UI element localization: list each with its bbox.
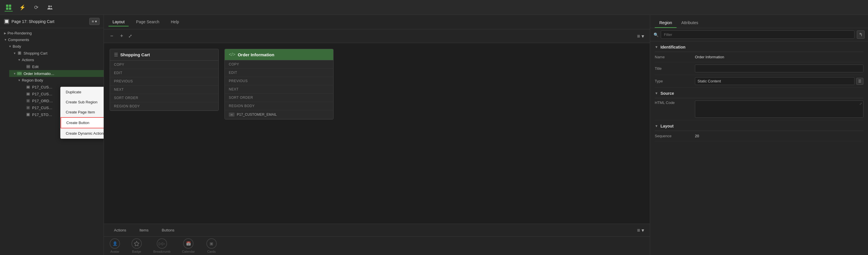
avatar-label: Avatar — [110, 250, 119, 253]
bottom-menu-button[interactable]: ≡ ▾ — [636, 226, 645, 235]
section-chevron-layout: ▼ — [655, 124, 658, 128]
svg-rect-3 — [9, 7, 11, 10]
sidebar-menu-button[interactable]: ≡ ▾ — [89, 18, 100, 25]
context-menu-item-create-dynamic-action[interactable]: Create Dynamic Action — [61, 129, 104, 138]
expand-button[interactable]: ⤢ — [128, 33, 132, 39]
tab-items[interactable]: Items — [134, 226, 154, 234]
region-row-copy-oi: COPY — [225, 60, 333, 68]
calendar-icon: 📅 — [183, 238, 193, 249]
svg-rect-0 — [6, 5, 8, 7]
bolt-icon[interactable]: ⚡ — [19, 3, 26, 11]
section-layout-label: Layout — [660, 124, 674, 129]
tab-page-search[interactable]: Page Search — [132, 18, 163, 26]
sidebar-item-label: Pre-Rendering — [7, 31, 32, 35]
context-menu: Duplicate Create Sub Region Create Page … — [60, 87, 104, 139]
chevron-icon: ▼ — [4, 38, 7, 41]
page-icon: ⬜ — [4, 19, 9, 24]
bottom-icon-badge[interactable]: Badge — [131, 238, 142, 253]
top-nav: ⚡ ⟳ — [0, 0, 868, 15]
right-panel: Region Attributes 🔍 ↰ ▼ Identification N… — [650, 15, 868, 255]
toolbar-right: ≡ ▾ — [636, 32, 645, 40]
refresh-icon[interactable]: ⟳ — [32, 3, 40, 11]
bottom-icon-breadcrumb[interactable]: ▷▷ Breadcrumb — [153, 238, 170, 253]
options-button[interactable]: ≡ ▾ — [636, 32, 645, 40]
prop-textarea-html-code[interactable]: ⤢ — [695, 101, 863, 118]
region-row-edit-oi: EDIT — [225, 68, 333, 77]
sidebar-item-order-information[interactable]: ▼ </> Order Informatio… — [9, 70, 104, 77]
sidebar-item-label: Edit — [32, 65, 38, 69]
tab-help[interactable]: Help — [167, 18, 183, 26]
region-row-next-sc: NEXT — [110, 86, 218, 94]
chevron-icon: ▼ — [18, 79, 21, 82]
section-identification-label: Identification — [660, 45, 685, 49]
chevron-icon: ▼ — [13, 72, 16, 75]
tab-actions[interactable]: Actions — [108, 226, 132, 234]
sidebar-page-title: ⬜ Page 17: Shopping Cart — [4, 19, 54, 24]
filter-input[interactable] — [661, 30, 855, 39]
users-icon[interactable] — [46, 3, 54, 11]
badge-label: Badge — [132, 250, 141, 253]
avatar-icon: 👤 — [110, 238, 120, 249]
sidebar-item-components[interactable]: ▼ Components — [0, 36, 104, 43]
cart-icon: ☰ — [17, 51, 22, 55]
bottom-icon-avatar[interactable]: 👤 Avatar — [110, 238, 120, 253]
tab-buttons[interactable]: Buttons — [156, 226, 180, 234]
tab-attributes[interactable]: Attributes — [677, 18, 703, 28]
tab-region[interactable]: Region — [655, 18, 677, 28]
chevron-icon: ▼ — [9, 45, 11, 48]
right-panel-filter: 🔍 ↰ — [650, 28, 868, 41]
filter-options-button[interactable]: ↰ — [857, 30, 865, 39]
prop-label-title: Title — [655, 66, 695, 70]
prop-value-name: Order Information — [695, 55, 863, 59]
main-layout: ⬜ Page 17: Shopping Cart ≡ ▾ ▶ Pre-Rende… — [0, 15, 868, 255]
zoom-out-button[interactable]: − — [108, 32, 115, 39]
zoom-row: − + ⤢ ≡ ▾ — [104, 29, 650, 43]
page-canvas: ☰ Shopping Cart COPY EDIT PREVIOUS NEXT … — [104, 43, 650, 224]
sidebar-item-actions[interactable]: ▼ Actions — [14, 57, 104, 63]
breadcrumb-icon: ▷▷ — [157, 238, 167, 249]
context-menu-item-create-page-item[interactable]: Create Page Item — [61, 107, 104, 117]
ai-item-icon: AI — [229, 113, 235, 117]
bottom-tabs: Actions Items Buttons ≡ ▾ — [104, 224, 650, 237]
bottom-icon-calendar[interactable]: 📅 Calendar — [182, 238, 195, 253]
svg-rect-2 — [6, 7, 8, 10]
context-menu-item-create-button[interactable]: Create Button — [61, 117, 104, 129]
breadcrumb-label: Breadcrumb — [153, 250, 170, 253]
ai-icon: AI — [26, 85, 30, 89]
svg-rect-1 — [9, 5, 11, 7]
prop-row-html-code: HTML Code ⤢ — [655, 98, 863, 120]
sidebar-item-edit[interactable]: ▶ — Edit — [19, 63, 104, 70]
eye-slash-icon: ⊘ — [26, 98, 30, 103]
region-code-icon: </> — [229, 52, 236, 57]
sidebar-item-label: Order Informatio… — [24, 72, 55, 76]
section-layout: ▼ Layout — [655, 120, 863, 131]
context-menu-item-duplicate[interactable]: Duplicate — [61, 87, 104, 97]
badge-icon — [131, 238, 142, 249]
region-item-label: P17_CUSTOMER_EMAIL — [237, 113, 277, 117]
prop-row-sequence: Sequence 20 — [655, 131, 863, 141]
prop-type-list-button[interactable]: ☰ — [856, 78, 863, 85]
bottom-tab-right: ≡ ▾ — [636, 226, 645, 235]
grid-icon[interactable] — [5, 3, 12, 11]
sidebar-tree: ▶ Pre-Rendering ▼ Components ▼ Body ▼ ☰ … — [0, 28, 104, 255]
section-chevron-identification: ▼ — [655, 45, 658, 49]
sidebar-item-label: P17_CUS… — [32, 106, 53, 110]
center-toolbar: Layout Page Search Help — [104, 15, 650, 29]
prop-value-sequence: 20 — [695, 134, 863, 138]
sidebar-item-shopping-cart[interactable]: ▼ ☰ Shopping Cart — [9, 50, 104, 57]
region-row-next-oi: NEXT — [225, 85, 333, 94]
svg-point-5 — [51, 5, 52, 7]
sidebar-item-region-body[interactable]: ▼ Region Body — [14, 77, 104, 84]
bottom-icon-cards[interactable]: ▣ Cards — [206, 238, 217, 253]
sidebar-item-label: Body — [12, 44, 21, 49]
svg-marker-6 — [134, 241, 139, 246]
region-row-edit-sc: EDIT — [110, 69, 218, 77]
zoom-in-button[interactable]: + — [119, 32, 125, 39]
sidebar-item-pre-rendering[interactable]: ▶ Pre-Rendering — [0, 30, 104, 36]
svg-point-4 — [48, 5, 50, 7]
sidebar-item-body[interactable]: ▼ Body — [5, 43, 104, 50]
prop-select-type[interactable]: Static Content — [695, 77, 855, 85]
context-menu-item-create-sub-region[interactable]: Create Sub Region — [61, 97, 104, 107]
prop-input-title[interactable] — [695, 65, 863, 73]
tab-layout[interactable]: Layout — [108, 18, 129, 26]
